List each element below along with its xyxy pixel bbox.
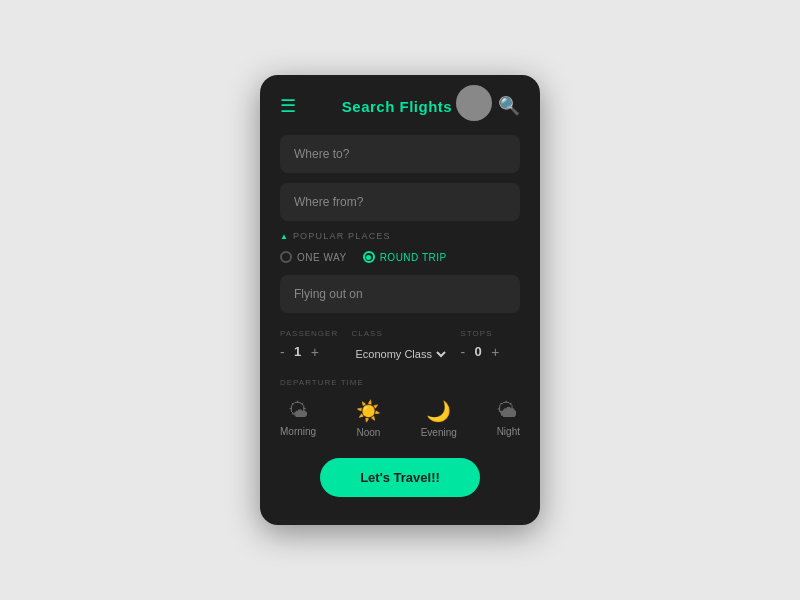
flying-out-input[interactable] [280,275,520,313]
stops-plus-btn[interactable]: + [491,345,499,359]
time-option-evening[interactable]: 🌙 Evening [421,399,457,438]
phone-card: ☰ Search Flights 🔍 ▲ POPULAR PLACES ONE … [260,75,540,525]
menu-icon[interactable]: ☰ [280,95,296,117]
where-to-input[interactable] [280,135,520,173]
time-option-morning[interactable]: 🌤 Morning [280,399,316,438]
round-trip-radio[interactable] [363,251,375,263]
trip-type: ONE WAY ROUND TRIP [280,251,520,263]
class-label: CLASS [352,329,449,338]
popular-places-label: POPULAR PLACES [293,231,391,241]
morning-icon: 🌤 [288,399,308,422]
night-icon: 🌥 [498,399,518,422]
avatar [456,85,492,121]
departure-time-label: DEPARTURE TIME [280,378,520,387]
stops-minus-btn[interactable]: - [461,345,466,359]
passenger-group: PASSENGER - 1 + [280,329,340,362]
one-way-option[interactable]: ONE WAY [280,251,347,263]
round-trip-label: ROUND TRIP [380,252,447,263]
evening-icon: 🌙 [426,399,451,423]
evening-label: Evening [421,427,457,438]
night-label: Night [497,426,520,437]
search-icon[interactable]: 🔍 [498,95,520,117]
one-way-radio[interactable] [280,251,292,263]
popular-places: ▲ POPULAR PLACES [280,231,520,241]
time-option-night[interactable]: 🌥 Night [497,399,520,438]
header-title: Search Flights [342,98,452,115]
noon-label: Noon [356,427,380,438]
passenger-plus-btn[interactable]: + [311,345,319,359]
passenger-stepper: - 1 + [280,344,340,359]
morning-label: Morning [280,426,316,437]
where-from-input[interactable] [280,183,520,221]
noon-icon: ☀️ [356,399,381,423]
passenger-value: 1 [291,344,305,359]
header: ☰ Search Flights 🔍 [280,95,520,117]
popular-places-arrow: ▲ [280,232,288,241]
options-row: PASSENGER - 1 + CLASS Economy Class Busi… [280,329,520,362]
passenger-minus-btn[interactable]: - [280,345,285,359]
time-options: 🌤 Morning ☀️ Noon 🌙 Evening 🌥 Night [280,399,520,438]
stops-label: STOPS [461,329,521,338]
stops-value: 0 [471,344,485,359]
passenger-label: PASSENGER [280,329,340,338]
round-trip-option[interactable]: ROUND TRIP [363,251,447,263]
one-way-label: ONE WAY [297,252,347,263]
class-select[interactable]: Economy Class Business Class First Class [352,347,449,361]
stops-stepper: - 0 + [461,344,521,359]
class-group: CLASS Economy Class Business Class First… [352,329,449,362]
stops-group: STOPS - 0 + [461,329,521,362]
time-option-noon[interactable]: ☀️ Noon [356,399,381,438]
cta-button[interactable]: Let's Travel!! [320,458,480,497]
